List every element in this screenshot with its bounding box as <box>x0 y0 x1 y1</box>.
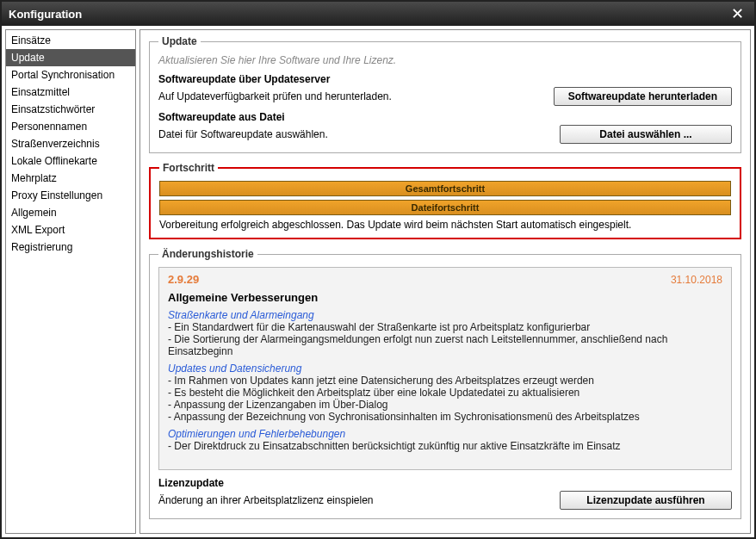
progress-group: Fortschritt Gesamtfortschritt Dateiforts… <box>149 162 741 239</box>
sidebar-item-personennamen[interactable]: Personennamen <box>6 118 135 135</box>
file-update-desc: Datei für Softwareupdate auswählen. <box>158 128 560 140</box>
sidebar-item-xml-export[interactable]: XML Export <box>6 221 135 239</box>
history-group: Änderungshistorie 2.9.29 31.10.2018 Allg… <box>149 248 741 519</box>
progress-message: Vorbereitung erfolgreich abgeschlossen. … <box>159 219 731 231</box>
update-group: Update Aktualisieren Sie hier Ihre Softw… <box>149 35 741 153</box>
sidebar: Einsätze Update Portal Synchronisation E… <box>5 29 136 534</box>
history-bullet: - Es besteht die Möglichkeit den Arbeits… <box>168 387 722 399</box>
sidebar-item-proxy[interactable]: Proxy Einstellungen <box>6 187 135 204</box>
history-bullet: - Anpassung der Lizenzangaben im Über-Di… <box>168 399 722 411</box>
sidebar-item-einsaetze[interactable]: Einsätze <box>6 32 135 49</box>
license-update-button[interactable]: Lizenzupdate ausführen <box>560 491 732 510</box>
progress-group-title: Fortschritt <box>159 162 218 174</box>
license-label: Lizenzupdate <box>158 477 224 489</box>
update-hint: Aktualisieren Sie hier Ihre Software und… <box>158 54 732 66</box>
history-bullet: - Im Rahmen von Updates kann jetzt eine … <box>168 375 722 387</box>
choose-file-button[interactable]: Datei auswählen ... <box>560 125 732 144</box>
main-panel: Update Aktualisieren Sie hier Ihre Softw… <box>139 29 751 534</box>
history-bullet: - Ein Standardwert für die Kartenauswahl… <box>168 321 722 333</box>
sidebar-item-strassenverzeichnis[interactable]: Straßenverzeichnis <box>6 135 135 152</box>
history-heading: Allgemeine Verbesserungen <box>168 291 722 304</box>
history-section-0-title: Straßenkarte und Alarmeingang <box>168 309 722 321</box>
titlebar: Konfiguration ✕ <box>2 2 754 26</box>
window-title: Konfiguration <box>9 8 82 21</box>
update-group-title: Update <box>158 35 201 47</box>
history-bullet: - Die Sortierung der Alarmeingangsmeldun… <box>168 333 722 357</box>
history-group-title: Änderungshistorie <box>158 248 257 260</box>
file-update-title: Softwareupdate aus Datei <box>158 111 732 123</box>
overall-progress-label: Gesamtfortschritt <box>406 183 485 194</box>
history-date: 31.10.2018 <box>671 274 722 286</box>
config-window: Konfiguration ✕ Einsätze Update Portal S… <box>0 0 756 539</box>
overall-progress-bar: Gesamtfortschritt <box>159 181 731 196</box>
history-bullet: - Anpassung der Bezeichnung von Sychroni… <box>168 411 722 423</box>
history-version: 2.9.29 <box>168 273 199 286</box>
history-section-1-title: Updates und Datensicherung <box>168 362 722 375</box>
history-bullet: - Der Direktdruck zu Einsatzabschnitten … <box>168 440 722 452</box>
sidebar-item-portal-sync[interactable]: Portal Synchronisation <box>6 66 135 84</box>
sidebar-item-mehrplatz[interactable]: Mehrplatz <box>6 170 135 187</box>
sidebar-item-einsatzstichwoerter[interactable]: Einsatzstichwörter <box>6 101 135 118</box>
sidebar-item-registrierung[interactable]: Registrierung <box>6 239 135 256</box>
sidebar-item-einsatzmittel[interactable]: Einsatzmittel <box>6 84 135 101</box>
history-section-2-title: Optimierungen und Fehlerbehebungen <box>168 428 722 440</box>
file-progress-bar: Dateifortschritt <box>159 200 731 215</box>
license-desc: Änderung an ihrer Arbeitsplatzlizenz ein… <box>158 494 560 506</box>
sidebar-item-allgemein[interactable]: Allgemein <box>6 204 135 221</box>
sidebar-item-offlinekarte[interactable]: Lokale Offlinekarte <box>6 152 135 170</box>
sidebar-item-update[interactable]: Update <box>6 49 135 66</box>
server-update-title: Softwareupdate über Updateserver <box>158 73 732 85</box>
body: Einsätze Update Portal Synchronisation E… <box>2 26 754 537</box>
close-icon[interactable]: ✕ <box>728 4 747 23</box>
file-progress-label: Dateifortschritt <box>412 202 480 213</box>
history-scroll[interactable]: 2.9.29 31.10.2018 Allgemeine Verbesserun… <box>158 267 732 470</box>
download-update-button[interactable]: Softwareupdate herunterladen <box>554 87 732 106</box>
server-update-desc: Auf Updateverfügbarkeit prüfen und herun… <box>158 90 554 102</box>
